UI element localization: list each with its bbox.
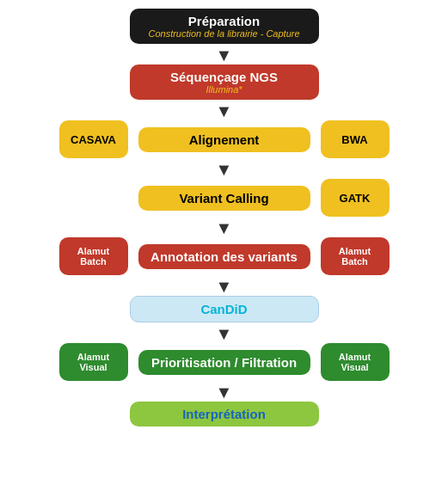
sequencing-label: Séquençage NGS (170, 70, 278, 84)
box-alamut-visual-right: Alamut Visual (321, 343, 390, 381)
row-annotation: Alamut Batch Annotation des variants Ala… (35, 237, 414, 275)
box-annotation: Annotation des variants (138, 244, 310, 269)
arrow-2: ▼ (216, 102, 233, 120)
box-bwa: BWA (321, 120, 390, 158)
sequencing-sublabel: Illumina* (206, 84, 242, 95)
box-preparation: Préparation Construction de la librairie… (130, 9, 319, 44)
row-alignment: CASAVA Alignement BWA (35, 120, 414, 158)
prioritisation-label: Prioritisation / Filtration (151, 355, 297, 370)
row-candid: CanDiD (35, 296, 414, 322)
box-interpretation: Interprétation (130, 402, 319, 426)
interpretation-label: Interprétation (182, 407, 266, 421)
candid-label: CanDiD (200, 302, 247, 316)
box-sequencing: Séquençage NGS Illumina* (130, 64, 319, 100)
box-gatk: GATK (321, 179, 390, 217)
arrow-6: ▼ (216, 325, 233, 342)
box-alignment: Alignement (138, 127, 310, 152)
arrow-7: ▼ (216, 383, 233, 401)
row-prioritisation: Alamut Visual Prioritisation / Filtratio… (35, 343, 414, 381)
box-variant-calling: Variant Calling (138, 186, 310, 211)
arrow-1: ▼ (216, 46, 233, 64)
alignment-label: Alignement (189, 132, 260, 147)
annotation-label: Annotation des variants (150, 249, 298, 264)
row-preparation: Préparation Construction de la librairie… (35, 9, 414, 44)
box-alamut-batch-left: Alamut Batch (59, 237, 128, 275)
variant-calling-label: Variant Calling (179, 191, 268, 206)
arrow-5: ▼ (216, 278, 233, 295)
row-interpretation: Interprétation (35, 402, 414, 426)
preparation-label: Préparation (188, 14, 260, 28)
box-casava: CASAVA (59, 120, 128, 158)
row-variant-calling: Variant Calling GATK (35, 179, 414, 217)
box-alamut-batch-right: Alamut Batch (321, 237, 390, 275)
box-alamut-visual-left: Alamut Visual (59, 343, 128, 381)
workflow-diagram: Préparation Construction de la librairie… (35, 9, 414, 428)
box-prioritisation: Prioritisation / Filtration (138, 350, 310, 375)
arrow-3: ▼ (216, 161, 233, 178)
row-sequencing: Séquençage NGS Illumina* (35, 64, 414, 100)
preparation-sublabel: Construction de la librairie - Capture (148, 28, 299, 39)
box-candid: CanDiD (130, 296, 319, 322)
arrow-4: ▼ (216, 219, 233, 236)
